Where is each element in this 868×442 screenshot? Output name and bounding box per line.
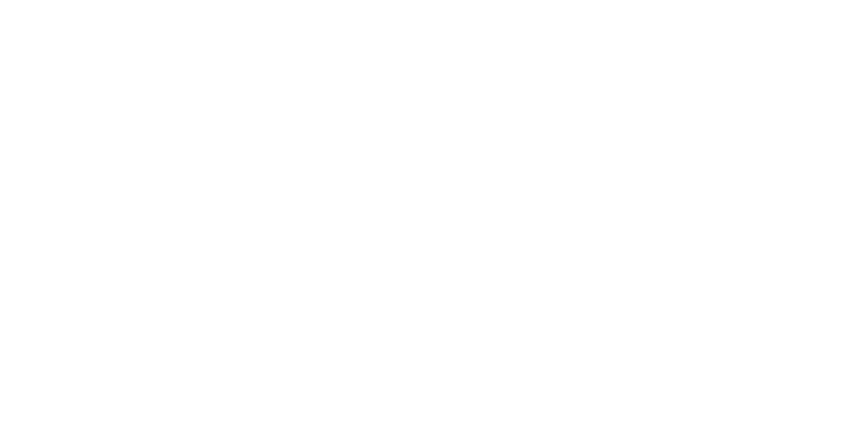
tree-lines xyxy=(0,0,868,431)
tree-diagram xyxy=(0,0,868,431)
